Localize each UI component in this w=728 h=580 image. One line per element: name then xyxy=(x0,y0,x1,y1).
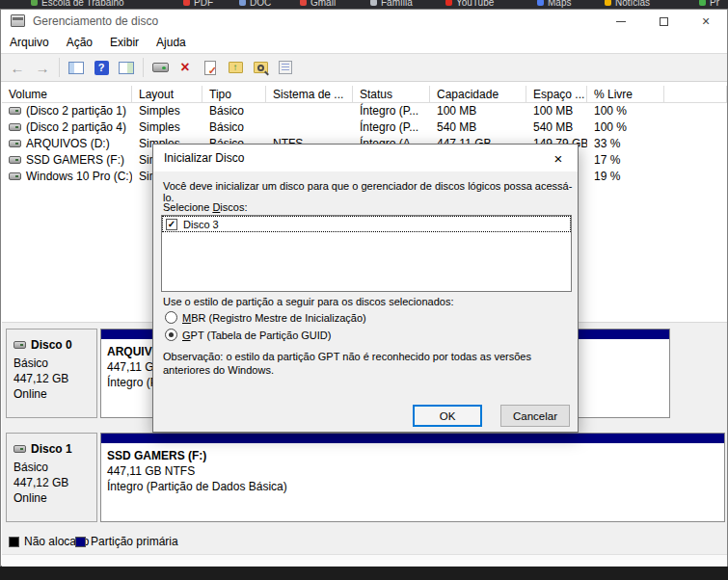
column-header-tipo[interactable]: Tipo xyxy=(202,86,266,103)
status-strip xyxy=(2,554,727,567)
bookmark-item[interactable]: DOC xyxy=(239,0,271,9)
delete-volume-button[interactable]: × xyxy=(174,56,197,79)
tipo-cell: Básico xyxy=(202,119,266,136)
minimize-button[interactable] xyxy=(600,10,642,33)
column-header-layout[interactable]: Layout xyxy=(132,86,202,103)
partition-info: SSD GAMERS (F:) 447,11 GB NTFS Íntegro (… xyxy=(101,445,724,494)
toolbar-separator xyxy=(143,58,144,77)
console-tree-icon xyxy=(68,62,84,74)
volume-icon xyxy=(9,123,21,131)
magnifier-icon xyxy=(257,65,264,71)
cancel-button[interactable]: Cancelar xyxy=(500,405,570,427)
bookmark-label: DOC xyxy=(250,0,271,8)
legend-label: Partição primária xyxy=(91,535,178,548)
bookmark-label: Escola de Trabalho xyxy=(41,0,124,8)
gpt-radio[interactable] xyxy=(165,329,177,341)
partition-style-label: Use o estilo de partição a seguir para o… xyxy=(163,296,453,307)
table-row[interactable]: (Disco 2 partição 4) Simples Básico Ínte… xyxy=(2,119,727,136)
column-header-volume[interactable]: Volume xyxy=(2,86,132,103)
show-action-pane-button[interactable] xyxy=(115,56,138,79)
column-header-status[interactable]: Status xyxy=(353,86,430,103)
primary-partition-band xyxy=(101,434,724,445)
task-list-button[interactable] xyxy=(274,56,297,79)
espaco-cell: 540 MB xyxy=(526,119,587,136)
volume-cell: SSD GAMERS (F:) xyxy=(2,152,132,169)
disk0-header-box[interactable]: Disco 0 Básico 447,12 GB Online xyxy=(6,329,97,418)
bookmark-favicon xyxy=(300,0,307,6)
menu-exibir[interactable]: Exibir xyxy=(101,33,148,53)
disk-properties-button[interactable] xyxy=(148,56,172,79)
bookmark-label: Pr xyxy=(710,0,719,8)
menu-ajuda[interactable]: Ajuda xyxy=(148,33,195,53)
volume-cell: ARQUIVOS (D:) xyxy=(2,136,132,152)
forward-button[interactable]: → xyxy=(31,56,54,79)
layout-cell: Simples xyxy=(132,119,202,136)
status-cell: Íntegro (P... xyxy=(353,103,430,119)
mbr-radio-label[interactable]: MBR (Registro Mestre de Inicialização) xyxy=(182,312,366,324)
menu-acao[interactable]: Ação xyxy=(58,33,101,53)
gpt-radio-label[interactable]: GPT (Tabela de Partição GUID) xyxy=(182,330,331,341)
sistema-cell xyxy=(266,119,353,136)
action-pane-icon xyxy=(119,62,134,74)
disk-icon xyxy=(152,63,169,72)
close-button[interactable]: × xyxy=(685,10,727,33)
disk3-label: Disco 3 xyxy=(183,219,219,230)
disk3-checkbox[interactable]: ✓ xyxy=(166,219,177,230)
dialog-title-bar: Inicializar Disco × xyxy=(153,145,578,171)
column-header-espaco[interactable]: Espaço ... xyxy=(526,86,587,103)
bookmark-item[interactable]: Escola de Trabalho xyxy=(31,0,124,9)
bookmark-item[interactable]: PDF xyxy=(183,0,213,9)
column-header-livre[interactable]: % Livre xyxy=(587,86,664,103)
help-button[interactable]: ? xyxy=(90,56,113,79)
disk1-header-box[interactable]: Disco 1 Básico 447,12 GB Online xyxy=(6,433,97,522)
show-console-tree-button[interactable] xyxy=(65,56,88,79)
bookmark-favicon xyxy=(537,0,544,6)
disk-listbox[interactable]: ✓ Disco 3 xyxy=(161,215,572,292)
disk0-name: Disco 0 xyxy=(13,338,96,352)
legend-primary-partition: Partição primária xyxy=(75,535,178,548)
bookmark-item[interactable]: Gmail xyxy=(300,0,336,9)
explore-button[interactable] xyxy=(249,56,272,79)
bookmark-item[interactable]: YouTube xyxy=(445,0,494,9)
properties-button[interactable]: ✓ xyxy=(199,56,222,79)
open-button[interactable]: ↑ xyxy=(224,56,247,79)
back-button[interactable]: ← xyxy=(6,56,29,79)
bookmark-favicon xyxy=(31,0,38,6)
volume-icon xyxy=(9,140,21,147)
disk1-type: Básico xyxy=(13,460,96,475)
tipo-cell: Básico xyxy=(202,103,266,119)
initialize-disk-dialog: Inicializar Disco × Você deve inicializa… xyxy=(152,144,579,433)
menu-arquivo[interactable]: Arquivo xyxy=(1,33,58,53)
volume-cell: (Disco 2 partição 1) xyxy=(2,103,132,119)
disk1-status: Online xyxy=(13,490,96,506)
bookmark-favicon xyxy=(239,0,246,6)
table-row[interactable]: (Disco 2 partição 1) Simples Básico Ínte… xyxy=(2,103,727,119)
mbr-radio[interactable] xyxy=(165,311,177,324)
ok-button[interactable]: OK xyxy=(413,405,482,427)
livre-cell: 19 % xyxy=(587,169,664,185)
dialog-close-button[interactable]: × xyxy=(545,147,572,169)
back-icon: ← xyxy=(11,61,25,75)
livre-cell: 100 % xyxy=(587,119,664,136)
bookmark-favicon xyxy=(605,0,611,6)
bookmark-item[interactable]: Pr xyxy=(699,0,719,9)
gpt-note: Observação: o estilo da partição GPT não… xyxy=(163,350,578,377)
taskbar[interactable] xyxy=(0,567,728,580)
volume-cell: Windows 10 Pro (C:) xyxy=(2,169,132,185)
sistema-cell xyxy=(266,103,353,119)
disk0-type: Básico xyxy=(13,356,96,371)
bookmark-label: Notícias xyxy=(615,0,650,8)
column-header-sistema[interactable]: Sistema de ... xyxy=(266,86,353,103)
toolbar-separator xyxy=(59,58,60,77)
maximize-button[interactable] xyxy=(642,10,685,33)
bookmark-item[interactable]: Família xyxy=(370,0,413,9)
disk1-partition-ssd-gamers[interactable]: SSD GAMERS (F:) 447,11 GB NTFS Íntegro (… xyxy=(100,433,725,522)
bookmark-item[interactable]: Maps xyxy=(537,0,571,9)
bookmark-item[interactable]: Notícias xyxy=(605,0,650,9)
delete-icon: × xyxy=(180,60,189,75)
livre-cell: 17 % xyxy=(587,152,664,169)
bookmark-favicon xyxy=(445,0,452,6)
column-header-capacidade[interactable]: Capacidade xyxy=(430,86,526,103)
disk3-list-item[interactable]: ✓ Disco 3 xyxy=(163,217,570,231)
livre-cell: 33 % xyxy=(587,136,664,152)
